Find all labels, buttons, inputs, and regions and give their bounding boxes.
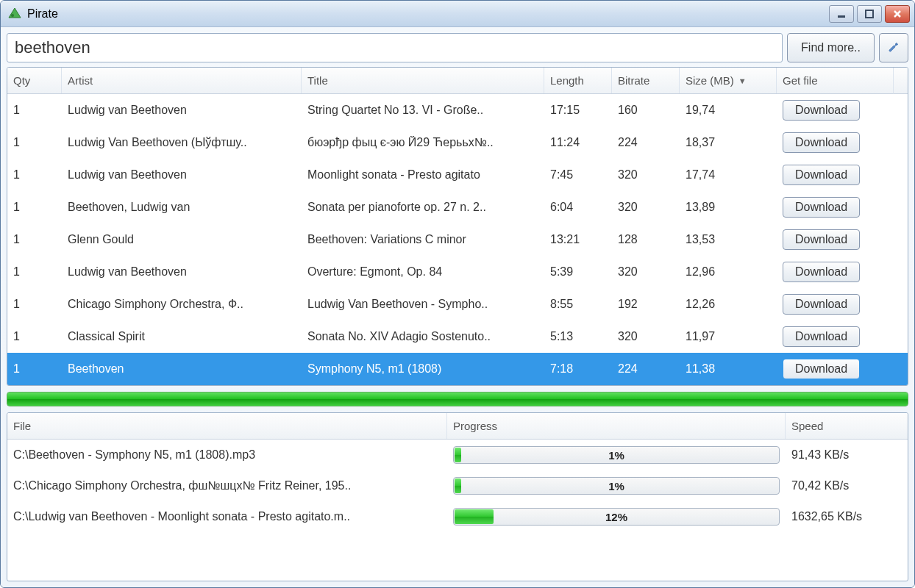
close-button[interactable] <box>885 5 910 23</box>
download-button[interactable]: Download <box>783 359 860 379</box>
results-row[interactable]: 1Ludwig van BeethovenString Quartet No 1… <box>7 94 908 126</box>
col-bitrate[interactable]: Bitrate <box>612 68 680 93</box>
cell-qty: 1 <box>7 201 62 214</box>
progress-label: 12% <box>454 509 779 525</box>
cell-qty: 1 <box>7 362 62 376</box>
download-row[interactable]: C:\Chicago Simphony Orchestra, фш№шцх№ F… <box>7 470 908 501</box>
overall-progress-bar <box>7 392 908 406</box>
cell-title: Beethoven: Variations C minor <box>302 233 544 246</box>
download-button[interactable]: Download <box>783 326 860 347</box>
cell-artist: Glenn Gould <box>62 233 302 246</box>
download-row[interactable]: C:\Beethoven - Symphony N5, m1 (1808).mp… <box>7 440 908 470</box>
cell-qty: 1 <box>7 265 62 279</box>
cell-speed: 91,43 KB/s <box>786 448 900 462</box>
cell-size: 13,89 <box>680 201 777 214</box>
cell-title: Overture: Egmont, Op. 84 <box>302 265 544 279</box>
cell-bitrate: 224 <box>612 136 680 149</box>
results-row[interactable]: 1Ludwig Van Beethoven (Ыўфтшу..бюэрђр фы… <box>7 126 908 159</box>
titlebar[interactable]: Pirate <box>1 1 914 27</box>
cell-artist: Chicago Simphony Orchestra, Ф.. <box>62 298 302 311</box>
download-button[interactable]: Download <box>783 132 860 153</box>
cell-title: String Quartet No 13. VI - Große.. <box>302 104 544 117</box>
col-artist[interactable]: Artist <box>62 68 302 93</box>
cell-title: Sonata No. XIV Adagio Sostenuto.. <box>302 330 544 343</box>
svg-rect-2 <box>838 15 845 18</box>
cell-getfile: Download <box>777 326 875 347</box>
col-title[interactable]: Title <box>302 68 544 93</box>
download-button[interactable]: Download <box>783 165 860 185</box>
cell-title: Ludwig Van Beethoven - Sympho.. <box>302 298 544 311</box>
cell-progress: 12% <box>447 508 786 526</box>
col-qty[interactable]: Qty <box>7 68 62 93</box>
settings-button[interactable] <box>879 33 908 62</box>
search-input[interactable] <box>7 33 783 62</box>
download-button[interactable]: Download <box>783 294 860 315</box>
cell-size: 19,74 <box>680 104 777 117</box>
cell-qty: 1 <box>7 330 62 343</box>
cell-length: 7:45 <box>544 168 612 182</box>
cell-artist: Beethoven, Ludwig van <box>62 201 302 214</box>
svg-marker-0 <box>9 8 21 18</box>
cell-getfile: Download <box>777 294 875 315</box>
dl-col-speed[interactable]: Speed <box>786 413 900 439</box>
progress-label: 1% <box>454 478 779 494</box>
cell-length: 6:04 <box>544 201 612 214</box>
download-button[interactable]: Download <box>783 262 860 282</box>
download-button[interactable]: Download <box>783 100 860 121</box>
svg-point-1 <box>11 14 14 17</box>
find-more-button[interactable]: Find more.. <box>787 33 875 62</box>
cell-size: 11,97 <box>680 330 777 343</box>
results-body[interactable]: 1Ludwig van BeethovenString Quartet No 1… <box>7 94 908 385</box>
cell-getfile: Download <box>777 197 875 218</box>
cell-length: 5:13 <box>544 330 612 343</box>
col-size[interactable]: Size (MB)▼ <box>680 68 777 93</box>
results-row[interactable]: 1BeethovenSymphony N5, m1 (1808)7:182241… <box>7 353 908 385</box>
cell-getfile: Download <box>777 100 875 121</box>
cell-qty: 1 <box>7 136 62 149</box>
progress-bar: 1% <box>453 477 780 495</box>
dl-col-file[interactable]: File <box>7 413 447 439</box>
minimize-button[interactable] <box>829 5 854 23</box>
cell-speed: 1632,65 KB/s <box>786 510 900 523</box>
cell-bitrate: 320 <box>612 330 680 343</box>
cell-length: 5:39 <box>544 265 612 279</box>
cell-qty: 1 <box>7 298 62 311</box>
cell-size: 13,53 <box>680 233 777 246</box>
cell-getfile: Download <box>777 132 875 153</box>
cell-qty: 1 <box>7 233 62 246</box>
cell-artist: Beethoven <box>62 362 302 376</box>
results-row[interactable]: 1Chicago Simphony Orchestra, Ф..Ludwig V… <box>7 288 908 320</box>
cell-getfile: Download <box>777 262 875 282</box>
downloads-body: C:\Beethoven - Symphony N5, m1 (1808).mp… <box>7 440 908 532</box>
download-button[interactable]: Download <box>783 197 860 218</box>
col-length[interactable]: Length <box>544 68 612 93</box>
cell-bitrate: 128 <box>612 233 680 246</box>
svg-rect-3 <box>866 10 873 18</box>
results-row[interactable]: 1Ludwig van BeethovenOverture: Egmont, O… <box>7 256 908 288</box>
col-getfile[interactable]: Get file <box>777 68 875 93</box>
download-row[interactable]: C:\Ludwig van Beethoven - Moonlight sona… <box>7 501 908 532</box>
results-row[interactable]: 1Glenn GouldBeethoven: Variations C mino… <box>7 223 908 256</box>
progress-bar: 12% <box>453 508 780 526</box>
cell-length: 11:24 <box>544 136 612 149</box>
cell-bitrate: 320 <box>612 201 680 214</box>
downloads-grid: File Progress Speed C:\Beethoven - Symph… <box>7 412 908 581</box>
cell-file: C:\Chicago Simphony Orchestra, фш№шцх№ F… <box>7 479 447 492</box>
results-row[interactable]: 1Classical SpiritSonata No. XIV Adagio S… <box>7 320 908 353</box>
download-button[interactable]: Download <box>783 229 860 250</box>
cell-title: Sonata per pianoforte op. 27 n. 2.. <box>302 201 544 214</box>
cell-length: 8:55 <box>544 298 612 311</box>
results-row[interactable]: 1Ludwig van BeethovenMoonlight sonata - … <box>7 159 908 191</box>
maximize-button[interactable] <box>857 5 882 23</box>
cell-bitrate: 160 <box>612 104 680 117</box>
app-icon <box>8 7 21 21</box>
dl-col-progress[interactable]: Progress <box>447 413 786 439</box>
window-title: Pirate <box>27 7 826 21</box>
cell-file: C:\Beethoven - Symphony N5, m1 (1808).mp… <box>7 448 447 462</box>
minimize-icon <box>836 8 847 20</box>
cell-bitrate: 224 <box>612 362 680 376</box>
cell-speed: 70,42 KB/s <box>786 479 900 492</box>
wrench-icon <box>886 40 901 55</box>
cell-size: 11,38 <box>680 362 777 376</box>
results-row[interactable]: 1Beethoven, Ludwig vanSonata per pianofo… <box>7 191 908 223</box>
